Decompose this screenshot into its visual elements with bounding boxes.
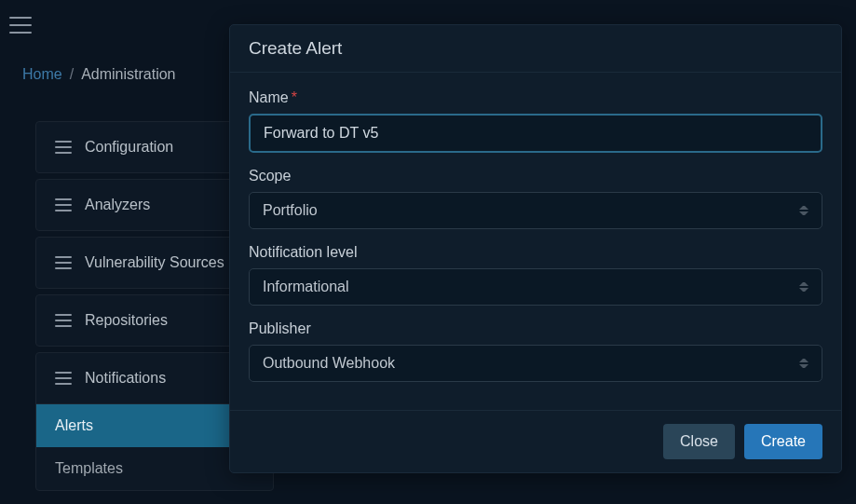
form-group-publisher: Publisher Outbound Webhook xyxy=(249,320,822,382)
select-caret-icon xyxy=(799,358,808,369)
sidebar-label: Notifications xyxy=(85,370,166,387)
select-caret-icon xyxy=(799,205,808,216)
publisher-select[interactable]: Outbound Webhook xyxy=(249,345,822,382)
modal-title: Create Alert xyxy=(249,38,822,59)
modal-header: Create Alert xyxy=(230,25,841,73)
breadcrumb-home[interactable]: Home xyxy=(22,66,62,83)
create-alert-modal: Create Alert Name* Scope Portfolio Notif… xyxy=(229,24,842,473)
modal-body: Name* Scope Portfolio Notification level… xyxy=(230,73,841,410)
publisher-label: Publisher xyxy=(249,320,822,337)
form-group-notification-level: Notification level Informational xyxy=(249,244,822,306)
modal-footer: Close Create xyxy=(230,410,841,472)
list-icon xyxy=(55,372,72,385)
notification-level-select[interactable]: Informational xyxy=(249,268,822,306)
list-icon xyxy=(55,314,72,327)
create-button[interactable]: Create xyxy=(744,424,822,459)
scope-label: Scope xyxy=(249,168,822,184)
name-input[interactable] xyxy=(249,114,822,153)
name-label-text: Name xyxy=(249,89,289,105)
notification-level-label: Notification level xyxy=(249,244,822,261)
required-asterisk: * xyxy=(292,89,297,105)
sidebar-label: Configuration xyxy=(85,139,173,156)
hamburger-icon[interactable] xyxy=(9,17,32,34)
publisher-value: Outbound Webhook xyxy=(263,355,395,372)
form-group-scope: Scope Portfolio xyxy=(249,168,822,229)
sidebar-label: Analyzers xyxy=(85,197,150,213)
list-icon xyxy=(55,198,72,211)
name-label: Name* xyxy=(249,89,822,106)
breadcrumb-current: Administration xyxy=(81,66,175,83)
sidebar-label: Repositories xyxy=(85,312,168,329)
sidebar-label: Vulnerability Sources xyxy=(85,254,224,271)
scope-select[interactable]: Portfolio xyxy=(249,192,822,229)
scope-value: Portfolio xyxy=(263,202,318,219)
breadcrumb-separator: / xyxy=(70,66,74,83)
list-icon xyxy=(55,256,72,269)
select-caret-icon xyxy=(799,281,808,293)
notification-level-value: Informational xyxy=(263,279,349,295)
list-icon xyxy=(55,141,72,154)
close-button[interactable]: Close xyxy=(663,424,735,459)
form-group-name: Name* xyxy=(249,89,822,153)
